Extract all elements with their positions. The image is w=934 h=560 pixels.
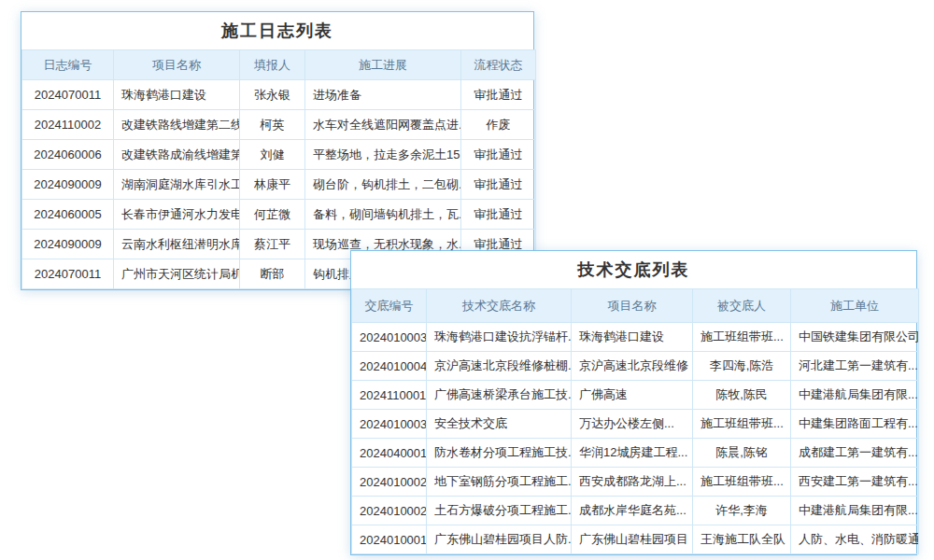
table-row: 2024010002 土石方爆破分项工程施工... 成都水岸华庭名苑... 许华… bbox=[352, 497, 919, 525]
table-row: 2024060005 长春市伊通河水力发电厂... 何芷微 备料，砌间墙钩机排土… bbox=[22, 200, 536, 230]
disclosure-name-link[interactable]: 广东佛山碧桂园项目人防... bbox=[427, 525, 572, 554]
reporter-link[interactable]: 何芷微 bbox=[240, 200, 305, 230]
disclosure-name-link[interactable]: 防水卷材分项工程施工技... bbox=[427, 439, 572, 468]
col-header-unit: 施工单位 bbox=[791, 289, 919, 323]
disclosure-name-link[interactable]: 土石方爆破分项工程施工... bbox=[427, 497, 572, 525]
recipients-cell: 施工班组带班... bbox=[693, 410, 791, 439]
col-header-disclosure-name: 技术交底名称 bbox=[427, 289, 572, 323]
disclosure-id-link[interactable]: 2024110001 bbox=[352, 381, 427, 410]
table-row: 2024010003 安全技术交底 万达办公楼左侧... 施工班组带班... 中… bbox=[352, 410, 919, 439]
disclosure-id-link[interactable]: 2024010003 bbox=[352, 323, 427, 352]
col-header-reporter: 填报人 bbox=[240, 50, 305, 80]
project-name-link[interactable]: 云南水利枢纽潜明水库一... bbox=[114, 230, 240, 259]
construction-log-panel: 施工日志列表 日志编号 项目名称 填报人 施工进展 流程状态 202407001… bbox=[21, 11, 534, 290]
project-name-link[interactable]: 广东佛山碧桂园项目 bbox=[572, 525, 693, 554]
log-id-link[interactable]: 2024090009 bbox=[22, 230, 114, 259]
col-header-status: 流程状态 bbox=[461, 50, 536, 80]
table-row: 2024010002 地下室钢筋分项工程施工... 西安成都路龙湖上... 施工… bbox=[352, 468, 919, 497]
recipients-cell: 陈晨,陈铭 bbox=[693, 439, 791, 468]
project-name-link[interactable]: 广州市天河区统计局机房... bbox=[114, 259, 240, 289]
tech-disclosure-table: 交底编号 技术交底名称 项目名称 被交底人 施工单位 2024010003 珠海… bbox=[351, 288, 919, 554]
reporter-link[interactable]: 柯英 bbox=[240, 110, 305, 140]
unit-cell: 河北建工第一建筑有... bbox=[791, 352, 919, 381]
progress-cell: 平整场地，拉走多余泥土15... bbox=[305, 140, 461, 170]
disclosure-id-link[interactable]: 2024010003 bbox=[352, 410, 427, 439]
unit-cell: 中建港航局集团有限... bbox=[791, 497, 919, 525]
project-name-link[interactable]: 湖南洞庭湖水库引水工程... bbox=[114, 170, 240, 200]
reporter-link[interactable]: 张永银 bbox=[240, 80, 305, 110]
status-badge: 审批通过 bbox=[461, 140, 536, 170]
status-badge: 审批通过 bbox=[461, 200, 536, 230]
recipients-cell: 李四海,陈浩 bbox=[693, 352, 791, 381]
log-id-link[interactable]: 2024070011 bbox=[22, 80, 114, 110]
disclosure-id-link[interactable]: 2024010001 bbox=[352, 525, 427, 554]
table-row: 2024010004 京沪高速北京段维修桩棚... 京沪高速北京段维修 李四海,… bbox=[352, 352, 919, 381]
progress-cell: 水车对全线遮阳网覆盖点进... bbox=[305, 110, 461, 140]
progress-cell: 进场准备 bbox=[305, 80, 461, 110]
table-row: 2024010001 广东佛山碧桂园项目人防... 广东佛山碧桂园项目 王海施工… bbox=[352, 525, 919, 554]
recipients-cell: 王海施工队全队 bbox=[693, 525, 791, 554]
project-name-link[interactable]: 京沪高速北京段维修 bbox=[572, 352, 693, 381]
disclosure-id-link[interactable]: 2024010004 bbox=[352, 352, 427, 381]
table-row: 2024110002 改建铁路线增建第二线直... 柯英 水车对全线遮阳网覆盖点… bbox=[22, 110, 536, 140]
table-row: 2024070011 珠海鹤港口建设 张永银 进场准备 审批通过 bbox=[22, 80, 536, 110]
table-header-row: 交底编号 技术交底名称 项目名称 被交底人 施工单位 bbox=[352, 289, 919, 323]
project-name-link[interactable]: 万达办公楼左侧... bbox=[572, 410, 693, 439]
recipients-cell: 陈牧,陈民 bbox=[693, 381, 791, 410]
construction-log-title: 施工日志列表 bbox=[21, 12, 533, 49]
table-row: 2024010003 珠海鹤港口建设抗浮锚杆... 珠海鹤港口建设 施工班组带班… bbox=[352, 323, 919, 352]
disclosure-id-link[interactable]: 2024040001 bbox=[352, 439, 427, 468]
disclosure-id-link[interactable]: 2024010002 bbox=[352, 497, 427, 525]
project-name-link[interactable]: 成都水岸华庭名苑... bbox=[572, 497, 693, 525]
table-row: 2024090009 湖南洞庭湖水库引水工程... 林康平 砌台阶，钩机排土，二… bbox=[22, 170, 536, 200]
unit-cell: 中建港航局集团有限... bbox=[791, 381, 919, 410]
tech-disclosure-title: 技术交底列表 bbox=[351, 251, 916, 288]
col-header-recipients: 被交底人 bbox=[693, 289, 791, 323]
status-badge: 作废 bbox=[461, 110, 536, 140]
log-id-link[interactable]: 2024110002 bbox=[22, 110, 114, 140]
project-name-link[interactable]: 华润12城房建工程... bbox=[572, 439, 693, 468]
recipients-cell: 许华,李海 bbox=[693, 497, 791, 525]
project-name-link[interactable]: 改建铁路成渝线增建第二... bbox=[114, 140, 240, 170]
project-name-link[interactable]: 珠海鹤港口建设 bbox=[114, 80, 240, 110]
progress-cell: 砌台阶，钩机排土，二包砌... bbox=[305, 170, 461, 200]
col-header-project-name: 项目名称 bbox=[572, 289, 693, 323]
col-header-progress: 施工进展 bbox=[305, 50, 461, 80]
disclosure-name-link[interactable]: 京沪高速北京段维修桩棚... bbox=[427, 352, 572, 381]
col-header-disclosure-id: 交底编号 bbox=[352, 289, 427, 323]
log-id-link[interactable]: 2024060006 bbox=[22, 140, 114, 170]
project-name-link[interactable]: 珠海鹤港口建设 bbox=[572, 323, 693, 352]
progress-cell: 备料，砌间墙钩机排土，瓦... bbox=[305, 200, 461, 230]
disclosure-name-link[interactable]: 珠海鹤港口建设抗浮锚杆... bbox=[427, 323, 572, 352]
reporter-link[interactable]: 林康平 bbox=[240, 170, 305, 200]
reporter-link[interactable]: 刘健 bbox=[240, 140, 305, 170]
disclosure-name-link[interactable]: 安全技术交底 bbox=[427, 410, 572, 439]
col-header-log-id: 日志编号 bbox=[22, 50, 114, 80]
table-row: 2024110001 广佛高速桥梁承台施工技... 广佛高速 陈牧,陈民 中建港… bbox=[352, 381, 919, 410]
reporter-link[interactable]: 蔡江平 bbox=[240, 230, 305, 259]
disclosure-name-link[interactable]: 地下室钢筋分项工程施工... bbox=[427, 468, 572, 497]
log-id-link[interactable]: 2024060005 bbox=[22, 200, 114, 230]
unit-cell: 人防、水电、消防暖通... bbox=[791, 525, 919, 554]
table-row: 2024040001 防水卷材分项工程施工技... 华润12城房建工程... 陈… bbox=[352, 439, 919, 468]
recipients-cell: 施工班组带班... bbox=[693, 468, 791, 497]
project-name-link[interactable]: 长春市伊通河水力发电厂... bbox=[114, 200, 240, 230]
unit-cell: 中国铁建集团有限公司 bbox=[791, 323, 919, 352]
status-badge: 审批通过 bbox=[461, 80, 536, 110]
tech-disclosure-panel: 技术交底列表 交底编号 技术交底名称 项目名称 被交底人 施工单位 202401… bbox=[350, 250, 917, 555]
col-header-project-name: 项目名称 bbox=[114, 50, 240, 80]
table-row: 2024060006 改建铁路成渝线增建第二... 刘健 平整场地，拉走多余泥土… bbox=[22, 140, 536, 170]
project-name-link[interactable]: 广佛高速 bbox=[572, 381, 693, 410]
project-name-link[interactable]: 西安成都路龙湖上... bbox=[572, 468, 693, 497]
disclosure-name-link[interactable]: 广佛高速桥梁承台施工技... bbox=[427, 381, 572, 410]
table-header-row: 日志编号 项目名称 填报人 施工进展 流程状态 bbox=[22, 50, 536, 80]
project-name-link[interactable]: 改建铁路线增建第二线直... bbox=[114, 110, 240, 140]
log-id-link[interactable]: 2024070011 bbox=[22, 259, 114, 289]
disclosure-id-link[interactable]: 2024010002 bbox=[352, 468, 427, 497]
recipients-cell: 施工班组带班... bbox=[693, 323, 791, 352]
log-id-link[interactable]: 2024090009 bbox=[22, 170, 114, 200]
unit-cell: 成都建工第一建筑有... bbox=[791, 439, 919, 468]
unit-cell: 中建集团路面工程有... bbox=[791, 410, 919, 439]
unit-cell: 西安建工第一建筑有... bbox=[791, 468, 919, 497]
reporter-link[interactable]: 断部 bbox=[240, 259, 305, 289]
